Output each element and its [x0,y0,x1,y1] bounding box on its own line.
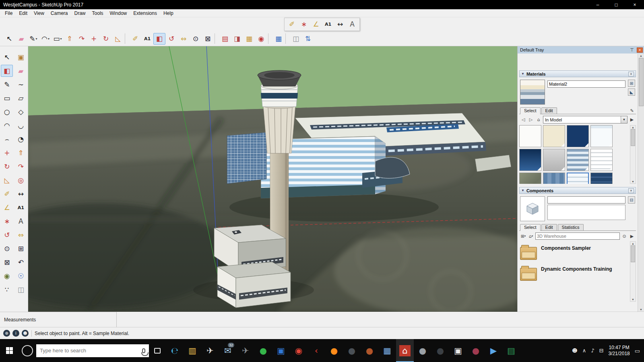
swatch-white[interactable] [519,125,541,147]
tool-styles[interactable]: ▤ [219,33,231,45]
swatch-white-stripes[interactable] [567,173,589,184]
tool-zoom[interactable]: ⊙ [190,33,202,45]
eyedropper-icon[interactable]: ✎ [629,107,635,114]
task-view-button[interactable] [149,339,166,362]
warehouse-search-input[interactable] [535,232,620,240]
tool-tape-measure[interactable]: ✐ [1,188,13,200]
swatch-white-blue-top[interactable] [590,125,613,147]
tool-add-location[interactable]: ▦ [272,33,285,45]
tab-edit[interactable]: Edit [541,107,557,114]
taskbar-clock[interactable]: 10:47 PM 3/21/2018 [608,345,630,357]
tool-section-plane[interactable]: ◫ [15,284,27,296]
menu-item[interactable]: Camera [47,10,71,17]
separator[interactable] [125,33,128,44]
tool-select[interactable]: ↖ [1,51,13,63]
app-dark-3[interactable]: ● [467,339,485,362]
material-preview-thumbnail[interactable] [520,80,545,105]
tool-dimension[interactable]: ↔ [15,188,27,200]
tool-polygon[interactable]: ◇ [15,106,27,118]
menu-item[interactable]: Tools [89,10,107,17]
action-center-icon[interactable]: ▭ [635,348,640,354]
components-panel-header[interactable]: ▼ Components × [519,187,636,194]
tab-edit[interactable]: Edit [541,224,557,230]
secondary-pane-button[interactable]: ⊟ [628,196,635,204]
tool-arc[interactable]: ◠ ▾ [39,33,52,45]
home-button[interactable]: ⌂ [535,117,542,123]
tray-scrollbar[interactable]: ▲ ▼ [638,53,644,312]
taskbar-search-input[interactable] [40,348,140,354]
app-file-explorer[interactable]: ▥ [184,339,201,362]
app-edge[interactable]: ℮ [166,339,184,362]
cortana-icon[interactable] [22,345,33,356]
swatch-glass-blocks[interactable] [543,173,565,184]
component-list-item[interactable]: Dynamic Components Training [519,262,629,283]
scroll-up-icon[interactable]: ▲ [632,242,634,245]
tool-protractor[interactable]: ∠ [310,19,322,30]
swatch-blue-banding[interactable] [567,149,589,171]
component-list-item[interactable]: Components Sampler [519,241,629,262]
tool-two-point-arc[interactable]: ◡ [15,119,27,132]
tool-zoom-window[interactable]: ⊞ [15,243,27,255]
swatch-navy[interactable] [567,125,589,147]
sample-paint-button[interactable]: ◣ [628,88,635,96]
material-name-input[interactable] [547,80,625,88]
tool-axes[interactable]: ∗ [1,215,13,227]
app-back-arrow[interactable]: ‹ [308,339,325,362]
tool-walk[interactable]: ∵ [1,284,13,296]
tool-share-model[interactable]: ▦ [243,33,255,45]
tool-zoom-extents[interactable]: ⊠ [1,256,13,268]
component-name-input[interactable] [547,196,625,204]
tool-eraser[interactable]: ▰ [15,65,27,77]
tool-freehand[interactable]: ∼ [15,78,27,90]
menu-item[interactable]: View [31,10,47,17]
dropdown-arrow-icon[interactable]: ▼ [621,116,627,123]
swatch-navy-facade[interactable] [590,173,613,184]
close-button[interactable]: × [625,0,644,9]
tab-select[interactable]: Select [520,224,541,231]
tool-follow-me[interactable]: ↷ [15,160,27,173]
component-description-box[interactable] [547,205,625,220]
collapse-icon[interactable]: ▼ [521,72,524,76]
separator[interactable] [268,33,272,44]
sign-in-icon[interactable]: ☻ [22,330,29,337]
collections-dropdown[interactable]: In Model ▼ [543,116,627,123]
tool-3d-text[interactable]: A [15,215,27,227]
measurements-box[interactable]: Measurements [0,312,117,327]
pin-icon[interactable]: ⊤ [629,47,635,53]
tool-scale[interactable]: ◺ [112,33,124,45]
tool-position-camera[interactable]: ◉ [1,270,13,282]
tool-tape-measure[interactable]: ✐ [129,33,141,45]
tool-pan[interactable]: ⇔ [15,229,27,241]
tool-section-display[interactable]: ⇅ [302,33,314,45]
separator[interactable] [285,33,289,44]
tool-rotate[interactable]: ↻ [100,33,112,45]
tool-select[interactable]: ↖ [3,33,15,45]
app-swirl-orange[interactable]: ● [361,339,378,362]
tool-previous[interactable]: ↶ [15,256,27,268]
people-icon[interactable]: ☻ [572,348,578,354]
swatch-silver[interactable] [543,149,565,171]
start-button[interactable] [0,339,19,362]
app-flight-planner[interactable]: ✈ [237,339,254,362]
app-sheets-green[interactable]: ▤ [502,339,520,362]
menu-item[interactable]: Edit [16,10,31,17]
details-arrow-icon[interactable]: ▶ [629,233,635,239]
create-material-button[interactable]: ⊞ [628,80,635,87]
tool-pan[interactable]: ⇔ [178,33,190,45]
app-image-viewer[interactable]: ▣ [449,339,467,362]
swatch-aerial-imagery[interactable] [519,173,541,184]
tool-axes[interactable]: ∗ [298,19,310,30]
tool-offset[interactable]: ◎ [15,174,27,186]
app-media-player[interactable]: ▶ [485,339,502,362]
menu-item[interactable]: Window [107,10,130,17]
tool-3d-text[interactable]: A [346,19,358,30]
tool-text[interactable]: A1 [141,33,153,45]
scroll-down-icon[interactable]: ▼ [632,298,634,301]
scroll-thumb[interactable] [631,245,635,262]
tool-follow-me[interactable]: ↷ [76,33,88,45]
tool-rotated-rectangle[interactable]: ▱ [15,92,27,104]
microphone-icon[interactable] [142,348,145,353]
swatch-white-banding[interactable] [590,149,613,171]
view-options-button[interactable]: ⊞▾ [520,233,526,239]
tray-close-button[interactable]: × [637,47,643,53]
